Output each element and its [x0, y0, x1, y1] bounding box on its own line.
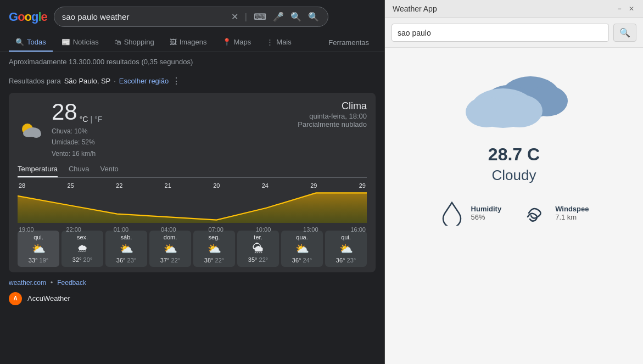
lens-icon[interactable]: 🔍 [289, 10, 303, 23]
temperature-display: 28 [52, 100, 77, 124]
weather-right: Clima quinta-feira, 18:00 Parcialmente n… [298, 100, 367, 128]
humidity-icon [439, 200, 465, 226]
tab-mais[interactable]: ⋮ Mais [260, 33, 298, 52]
wind-stat: Windspee 7.1 km [523, 200, 589, 226]
day-forecast: qui. ⛅ 33° 19° sex. 🌧 32° 20° sáb. ⛅ 36°… [18, 231, 367, 267]
todas-icon: 🔍 [15, 38, 24, 46]
weather-app-panel: Weather App − ✕ 🔍 28.7 C Cloudy [384, 0, 643, 364]
imagens-icon: 🖼 [170, 38, 177, 46]
unit-fahrenheit[interactable]: °F [94, 115, 102, 124]
clear-search-button[interactable]: ✕ [230, 10, 239, 23]
app-content: 28.7 C Cloudy Humidity 56% [385, 48, 643, 364]
forecast-day-7[interactable]: qui. ⛅ 36° 23° [325, 231, 367, 267]
keyboard-icon[interactable]: ⌨ [253, 10, 267, 23]
forecast-day-4[interactable]: seg. ⛅ 38° 22° [193, 231, 235, 267]
region-change-link[interactable]: Escolher região [119, 77, 169, 85]
wind-icon [523, 200, 549, 226]
maps-icon: 📍 [222, 38, 231, 46]
weather-condition-icon [18, 115, 46, 144]
forecast-day-0[interactable]: qui. ⛅ 33° 19° [18, 231, 59, 267]
unit-celsius[interactable]: °C [80, 115, 88, 124]
search-bar-area: Google ✕ | ⌨ 🎤 🔍 🔍 [0, 0, 384, 33]
forecast-day-2[interactable]: sáb. ⛅ 36° 23° [105, 231, 147, 267]
forecast-day-6[interactable]: qua. ⛅ 36° 24° [281, 231, 323, 267]
humidity-info: Umidade: 52% [52, 137, 102, 148]
forecast-day-1[interactable]: sex. 🌧 32° 20° [61, 231, 103, 267]
tab-chuva[interactable]: Chuva [69, 165, 90, 177]
tab-vento[interactable]: Vento [100, 165, 119, 177]
feedback-link[interactable]: Feedback [57, 279, 86, 287]
wind-label: Windspee [555, 205, 589, 213]
tab-maps[interactable]: 📍 Maps [216, 33, 258, 52]
weather-title: Clima [298, 100, 367, 112]
app-search-button[interactable]: 🔍 [613, 24, 636, 42]
wind-info: Vento: 16 km/h [52, 148, 102, 159]
humidity-label: Humidity [471, 205, 502, 213]
region-label: Resultados para [9, 77, 61, 85]
weather-widget: 28 °C | °F Chuva: 10% Umidade: 52% Vento… [9, 93, 376, 272]
search-input-wrap[interactable]: ✕ | ⌨ 🎤 🔍 🔍 [54, 7, 328, 27]
humidity-value: 56% [471, 213, 502, 221]
tab-shopping[interactable]: 🛍 Shopping [108, 33, 161, 52]
region-bar: Resultados para São Paulo, SP · Escolher… [0, 72, 384, 89]
app-condition: Cloudy [492, 167, 536, 184]
mais-dots-icon: ⋮ [266, 38, 273, 46]
window-controls: − ✕ [616, 5, 635, 13]
app-search-input[interactable] [392, 24, 609, 42]
chart-time-labels: 19:00 22:00 01:00 04:00 07:00 10:00 13:0… [18, 226, 367, 233]
accu-favicon: A [9, 292, 22, 305]
source-bar: weather.com • Feedback [0, 276, 384, 290]
svg-point-10 [496, 94, 543, 127]
cloud-illustration [459, 59, 569, 136]
svg-point-3 [31, 130, 41, 138]
temperature-chart-svg [18, 190, 367, 223]
google-search-panel: Google ✕ | ⌨ 🎤 🔍 🔍 🔍 Todas 📰 Notícias 🛍 [0, 0, 384, 364]
weather-left: 28 °C | °F Chuva: 10% Umidade: 52% Vento… [18, 100, 102, 159]
tab-imagens[interactable]: 🖼 Imagens [163, 33, 214, 52]
app-titlebar: Weather App − ✕ [385, 0, 643, 18]
voice-search-icon[interactable]: 🎤 [272, 10, 285, 23]
shopping-icon: 🛍 [114, 38, 121, 46]
weather-tabs: Temperatura Chuva Vento [18, 165, 367, 178]
region-more-icon[interactable]: ⋮ [172, 76, 181, 86]
app-temperature: 28.7 C [488, 144, 540, 165]
tab-noticias[interactable]: 📰 Notícias [55, 33, 105, 52]
app-stats: Humidity 56% Windspee 7.1 km [396, 200, 632, 226]
chart-temp-labels: 28 25 22 21 20 24 29 29 [18, 182, 367, 189]
accu-name: AccuWeather [27, 294, 70, 303]
tools-button[interactable]: Ferramentas [322, 34, 376, 51]
rain-info: Chuva: 10% [52, 126, 102, 137]
search-input[interactable] [62, 12, 226, 21]
wind-value: 7.1 km [555, 213, 589, 221]
search-button[interactable]: 🔍 [307, 10, 320, 23]
noticias-icon: 📰 [61, 38, 70, 46]
weather-source-link[interactable]: weather.com [9, 279, 46, 287]
temperature-chart: 28 25 22 21 20 24 29 29 [18, 182, 367, 226]
weather-datetime: quinta-feira, 18:00 [298, 112, 367, 120]
tab-temperatura[interactable]: Temperatura [18, 165, 58, 177]
accu-result: A AccuWeather [0, 290, 384, 307]
app-title: Weather App [393, 4, 437, 13]
forecast-day-5[interactable]: ter. 🌦 35° 22° [237, 231, 279, 267]
minimize-button[interactable]: − [616, 5, 623, 13]
google-logo: Google [9, 10, 47, 24]
divider: | [244, 11, 248, 23]
app-search-bar: 🔍 [385, 18, 643, 48]
forecast-day-3[interactable]: dom. ⛅ 37° 22° [149, 231, 191, 267]
region-city: São Paulo, SP [64, 77, 111, 85]
results-count: Aproximadamente 13.300.000 resultados (0… [0, 52, 384, 72]
tab-todas[interactable]: 🔍 Todas [9, 33, 53, 52]
close-button[interactable]: ✕ [628, 5, 635, 13]
weather-condition: Parcialmente nublado [298, 120, 367, 128]
humidity-stat: Humidity 56% [439, 200, 502, 226]
nav-tabs: 🔍 Todas 📰 Notícias 🛍 Shopping 🖼 Imagens … [0, 33, 384, 52]
